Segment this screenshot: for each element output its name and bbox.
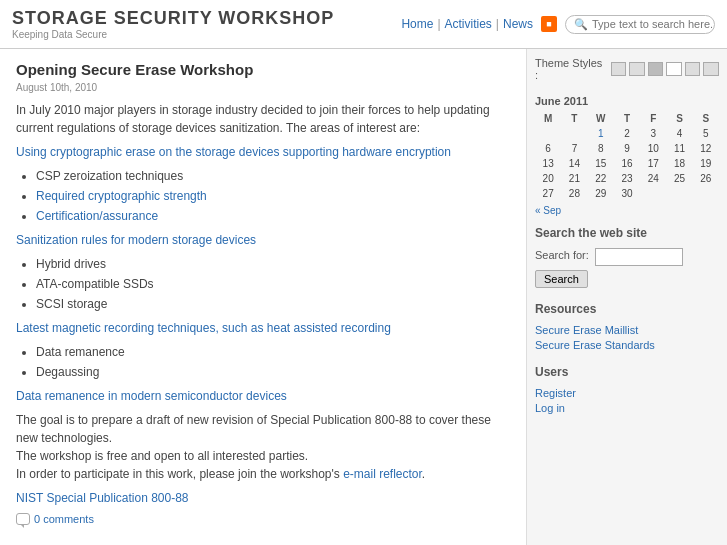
layout: Opening Secure Erase Workshop August 10t… <box>0 49 727 545</box>
cal-day-f: F <box>640 111 666 126</box>
cal-row-5: 27 28 29 30 <box>535 186 719 201</box>
cal-day-w: W <box>588 111 614 126</box>
post-1: Opening Secure Erase Workshop August 10t… <box>16 61 510 525</box>
search-for-label: Search for: <box>535 249 589 261</box>
post-1-body: In July 2010 major players in storage in… <box>16 101 510 507</box>
cal-day-m: M <box>535 111 561 126</box>
theme-icon-4[interactable] <box>666 62 682 76</box>
theme-icon-2[interactable] <box>629 62 645 76</box>
post-1-link1[interactable]: Using cryptographic erase on the storage… <box>16 145 451 159</box>
post-1-body2: The goal is to prepare a draft of new re… <box>16 411 510 483</box>
email-reflector-link[interactable]: e-mail reflector <box>343 467 422 481</box>
nav-home[interactable]: Home <box>401 17 433 31</box>
login-link[interactable]: Log in <box>535 402 719 414</box>
header: STORAGE SECURITY WORKSHOP Keeping Data S… <box>0 0 727 49</box>
web-search-input[interactable] <box>595 248 683 266</box>
calendar-title: June 2011 <box>535 95 719 107</box>
theme-styles-label: Theme Styles : <box>535 57 606 81</box>
resources-section: Resources Secure Erase Maillist Secure E… <box>535 302 719 351</box>
resource-link-maillist[interactable]: Secure Erase Maillist <box>535 324 719 336</box>
post-1-bullets2: Hybrid drives ATA-compatible SSDs SCSI s… <box>36 255 510 313</box>
site-title: STORAGE SECURITY WORKSHOP <box>12 8 334 29</box>
sidebar: Theme Styles : June 2011 M T W T <box>527 49 727 545</box>
comment-bubble-icon <box>16 513 30 525</box>
site-title-block: STORAGE SECURITY WORKSHOP Keeping Data S… <box>12 8 334 40</box>
users-title: Users <box>535 365 719 381</box>
main-content: Opening Secure Erase Workshop August 10t… <box>0 49 527 545</box>
cal-day-s1: S <box>666 111 692 126</box>
calendar-table: M T W T F S S 1 2 3 <box>535 111 719 201</box>
theme-icon-1[interactable] <box>611 62 627 76</box>
header-right: Home | Activities | News ■ 🔍 <box>401 15 715 34</box>
post-1-bullet3-link[interactable]: Certification/assurance <box>36 209 158 223</box>
users-links: Register Log in <box>535 387 719 414</box>
header-search-box[interactable]: 🔍 <box>565 15 715 34</box>
header-search-input[interactable] <box>592 18 712 30</box>
calendar-nav: « Sep <box>535 205 719 216</box>
web-search-title: Search the web site <box>535 226 719 242</box>
post-1-comments[interactable]: 0 comments <box>16 513 510 525</box>
register-link[interactable]: Register <box>535 387 719 399</box>
web-search-section: Search the web site Search for: Search <box>535 226 719 288</box>
search-magnifier-icon: 🔍 <box>574 18 588 31</box>
theme-styles: Theme Styles : <box>535 57 719 81</box>
post-1-link4[interactable]: Data remanence in modern semiconductor d… <box>16 389 287 403</box>
nav-activities[interactable]: Activities <box>445 17 492 31</box>
theme-icon-5[interactable] <box>685 62 701 76</box>
cal-row-3: 13 14 15 16 17 18 19 <box>535 156 719 171</box>
cal-row-2: 6 7 8 9 10 11 12 <box>535 141 719 156</box>
post-1-date: August 10th, 2010 <box>16 82 510 93</box>
nav-links: Home | Activities | News <box>401 17 533 31</box>
post-1-bullet2-link[interactable]: Required cryptographic strength <box>36 189 207 203</box>
cal-day-s2: S <box>693 111 719 126</box>
cal-day-t2: T <box>614 111 640 126</box>
post-1-bullets3: Data remanence Degaussing <box>36 343 510 381</box>
resource-link-standards[interactable]: Secure Erase Standards <box>535 339 719 351</box>
post-1-intro: In July 2010 major players in storage in… <box>16 101 510 137</box>
resources-links: Secure Erase Maillist Secure Erase Stand… <box>535 324 719 351</box>
post-1-link2[interactable]: Sanitization rules for modern storage de… <box>16 233 256 247</box>
rss-icon[interactable]: ■ <box>541 16 557 32</box>
cal-prev-link[interactable]: « Sep <box>535 205 561 216</box>
resources-title: Resources <box>535 302 719 318</box>
post-1-bullets1: CSP zeroization techniques Required cryp… <box>36 167 510 225</box>
cal-day-1[interactable]: 1 <box>598 128 604 139</box>
nav-news[interactable]: News <box>503 17 533 31</box>
cal-day-t1: T <box>561 111 587 126</box>
cal-row-4: 20 21 22 23 24 25 26 <box>535 171 719 186</box>
theme-icon-3[interactable] <box>648 62 664 76</box>
web-search-row: Search for: <box>535 248 719 266</box>
post-1-link3[interactable]: Latest magnetic recording techniques, su… <box>16 321 391 335</box>
search-button[interactable]: Search <box>535 270 588 288</box>
theme-styles-section: Theme Styles : <box>535 57 719 81</box>
post-1-title: Opening Secure Erase Workshop <box>16 61 510 78</box>
comments-link[interactable]: 0 comments <box>34 513 94 525</box>
site-tagline: Keeping Data Secure <box>12 29 334 40</box>
cal-row-1: 1 2 3 4 5 <box>535 126 719 141</box>
calendar: June 2011 M T W T F S S <box>535 95 719 216</box>
theme-icon-6[interactable] <box>703 62 719 76</box>
nist-link[interactable]: NIST Special Publication 800-88 <box>16 491 189 505</box>
users-section: Users Register Log in <box>535 365 719 414</box>
